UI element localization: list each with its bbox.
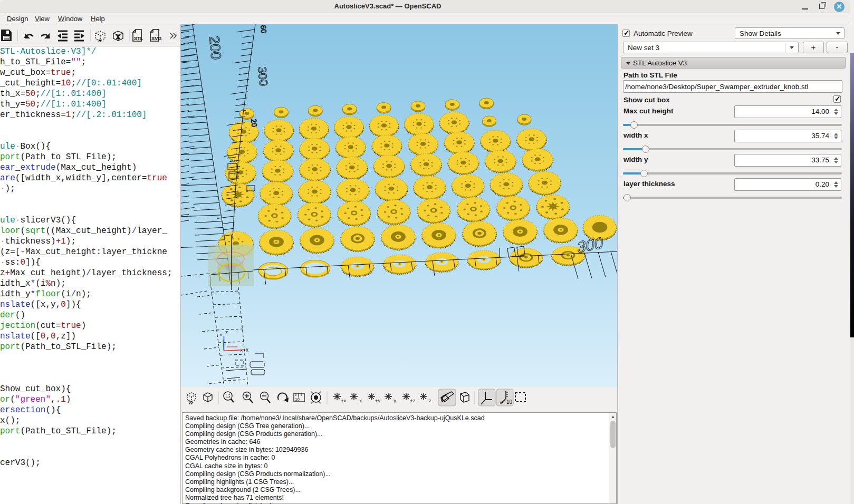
- svg-text:+z: +z: [410, 398, 416, 403]
- svg-text:+y: +y: [375, 398, 381, 403]
- svg-text:-x: -x: [358, 398, 362, 403]
- svg-text:x: x: [246, 347, 248, 353]
- svg-text:+x: +x: [341, 398, 347, 403]
- svg-text:10: 10: [295, 397, 300, 402]
- svg-text:-y: -y: [392, 398, 396, 403]
- svg-text:-z: -z: [427, 398, 431, 403]
- svg-text:200: 200: [206, 35, 224, 61]
- svg-text:20: 20: [250, 119, 259, 128]
- svg-text:×: ×: [240, 348, 243, 353]
- svg-text:×: ×: [219, 332, 222, 337]
- svg-text:z: z: [225, 329, 228, 335]
- svg-text:300: 300: [255, 66, 270, 86]
- svg-text:10: 10: [506, 399, 513, 405]
- svg-text:60: 60: [259, 25, 268, 34]
- svg-text:STL: STL: [134, 36, 143, 41]
- svg-text:SVG: SVG: [151, 36, 161, 41]
- svg-text:»: »: [98, 37, 101, 43]
